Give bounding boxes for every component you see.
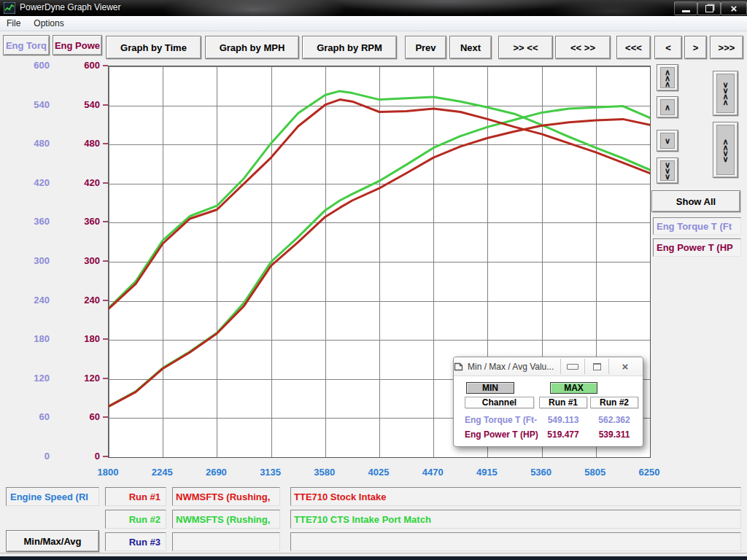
go-last[interactable]: >>>: [710, 36, 743, 59]
scale-down-button[interactable]: ∨: [657, 130, 678, 152]
run-label-2[interactable]: Run #2: [105, 510, 166, 529]
x-tick-2245: 2245: [140, 467, 184, 478]
menu-bar: File Options: [0, 16, 747, 31]
dialog-title-bar: Min / Max / Avg Valu... ×: [454, 357, 643, 376]
app-icon: [4, 2, 15, 14]
dialog-row-channel-1: Eng Power T (HP): [465, 429, 538, 440]
run-source-3: [172, 532, 280, 551]
y-tick-torque-240: 240: [0, 295, 50, 306]
run-desc-1: TTE710 Stock Intake: [290, 487, 741, 506]
y-tick-power-420: 420: [53, 177, 100, 189]
y-tick-power-60: 60: [53, 411, 100, 423]
close-button[interactable]: ×: [721, 1, 747, 15]
go-first[interactable]: <<<: [616, 36, 651, 59]
x-tick-1800: 1800: [86, 467, 130, 478]
y-tick-mark: [103, 456, 108, 457]
menu-file[interactable]: File: [0, 16, 27, 31]
y-tick-power-540: 540: [53, 99, 100, 111]
zoom-out[interactable]: << >>: [555, 36, 611, 59]
minimize-button[interactable]: [674, 1, 697, 15]
y-tick-mark: [103, 104, 108, 106]
restore-button[interactable]: [697, 1, 721, 15]
y-tick-power-0: 0: [53, 451, 100, 462]
y-tick-mark: [103, 300, 108, 301]
run-desc-3: [290, 532, 741, 551]
dialog-restore-button[interactable]: [584, 359, 608, 374]
dialog-minimize-button[interactable]: [560, 359, 584, 374]
graph-by-mph[interactable]: Graph by MPH: [205, 36, 299, 59]
y-tick-power-240: 240: [53, 295, 100, 306]
step-forward[interactable]: >: [684, 36, 707, 59]
y-tick-mark: [103, 416, 108, 418]
dialog-title: Min / Max / Avg Valu...: [468, 362, 554, 372]
minimize-icon: [682, 10, 690, 12]
max-button[interactable]: MAX: [550, 382, 597, 394]
y-tick-torque-420: 420: [0, 177, 50, 189]
show-all-button[interactable]: Show All: [651, 190, 740, 212]
channel-eng-torque[interactable]: Eng Torq: [3, 35, 50, 55]
dialog-icon: [454, 362, 463, 371]
app-window: PowerDyne Graph Viewer × File Options En…: [0, 0, 747, 560]
x-tick-5360: 5360: [519, 467, 563, 478]
minmax-dialog: Min / Max / Avg Valu... × MIN MAX Channe…: [453, 357, 643, 447]
scale-up-icon: ∧: [660, 99, 675, 115]
dialog-header-channel[interactable]: Channel: [465, 397, 534, 408]
dialog-close-icon: ×: [622, 362, 629, 372]
menu-options[interactable]: Options: [27, 16, 70, 31]
y-tick-power-360: 360: [53, 216, 100, 228]
window-title: PowerDyne Graph Viewer: [20, 2, 121, 12]
dialog-header-run2[interactable]: Run #2: [590, 397, 638, 408]
y-tick-torque-360: 360: [0, 216, 50, 228]
run-label-1[interactable]: Run #1: [105, 487, 166, 506]
step-back[interactable]: <: [654, 36, 682, 59]
title-bar: PowerDyne Graph Viewer ×: [0, 0, 747, 16]
y-tick-mark: [103, 65, 108, 66]
y-tick-power-600: 600: [53, 60, 100, 71]
scale-up-button[interactable]: ∧: [657, 96, 678, 118]
min-button[interactable]: MIN: [466, 382, 514, 394]
graph-by-time[interactable]: Graph by Time: [106, 36, 201, 59]
x-tick-2690: 2690: [194, 467, 238, 478]
y-tick-torque-540: 540: [0, 99, 50, 111]
dialog-close-button[interactable]: ×: [608, 359, 641, 374]
x-tick-3580: 3580: [303, 467, 347, 478]
channel-eng-power[interactable]: Eng Powe: [53, 35, 102, 55]
x-tick-4025: 4025: [357, 467, 400, 478]
x-tick-4915: 4915: [465, 467, 508, 478]
y-tick-power-480: 480: [53, 138, 100, 149]
y-tick-power-180: 180: [53, 333, 100, 345]
x-tick-4470: 4470: [411, 467, 454, 478]
run-source-2: NWMSFTS (Rushing,: [172, 510, 280, 529]
legend-eng-torque[interactable]: Eng Torque T (Ft: [653, 217, 741, 235]
compress-scale-icon: ∨∨∧∧: [716, 74, 735, 113]
y-tick-torque-300: 300: [0, 255, 50, 267]
graph-by-rpm[interactable]: Graph by RPM: [302, 36, 397, 59]
dialog-row-run2-1: 539.311: [590, 429, 638, 440]
minmax-avg-button[interactable]: Min/Max/Avg: [6, 530, 99, 552]
run-source-1: NWMSFTS (Rushing,: [172, 487, 280, 506]
expand-scale-button[interactable]: ∧∧∨∨: [713, 122, 738, 178]
y-tick-torque-180: 180: [0, 333, 50, 345]
y-tick-power-300: 300: [53, 255, 100, 267]
x-axis-channel-box[interactable]: Engine Speed (RI: [6, 487, 99, 506]
y-tick-torque-600: 600: [0, 60, 50, 71]
y-tick-mark: [103, 260, 108, 262]
run-label-3[interactable]: Run #3: [105, 532, 166, 551]
restore-icon: [705, 5, 713, 12]
compress-scale-button[interactable]: ∨∨∧∧: [713, 71, 738, 116]
zoom-in[interactable]: >> <<: [498, 36, 553, 59]
dialog-row-channel-0: Eng Torque T (Ft-: [465, 415, 537, 425]
legend-eng-power[interactable]: Eng Power T (HP: [653, 238, 741, 257]
dialog-minimize-icon: [567, 364, 578, 370]
next[interactable]: Next: [449, 36, 492, 59]
run-desc-2: TTE710 CTS Intake Port Match: [290, 510, 741, 529]
scale-up-fast-button[interactable]: ∧∧∧: [657, 64, 678, 91]
dialog-restore-icon: [593, 363, 601, 370]
prev[interactable]: Prev: [405, 36, 446, 59]
close-icon: ×: [731, 3, 738, 14]
expand-scale-icon: ∧∧∨∨: [716, 125, 735, 175]
x-tick-3135: 3135: [249, 467, 293, 478]
scale-down-fast-button[interactable]: ∨∨∨: [657, 158, 678, 184]
y-tick-mark: [103, 221, 108, 222]
dialog-header-run1[interactable]: Run #1: [539, 397, 587, 408]
